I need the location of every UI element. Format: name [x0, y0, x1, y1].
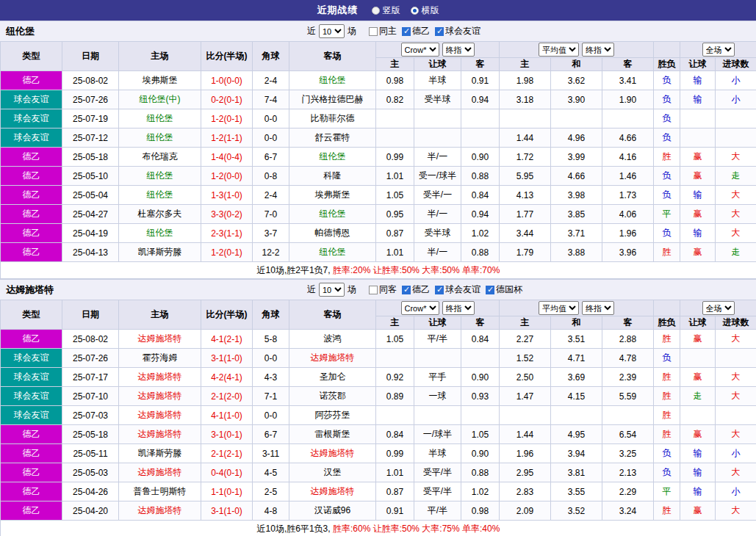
summary-record: 近10场,胜6平1负3, [257, 524, 333, 534]
corners: 4-5 [253, 463, 289, 482]
eu-draw-odds: 3.81 [551, 463, 602, 482]
filter-checkbox-2-label: 球会友谊 [445, 25, 480, 37]
asian-odds-time-select[interactable]: 终指 [442, 301, 475, 315]
ah-away-odds [461, 128, 500, 148]
checkbox-icon[interactable] [369, 286, 378, 294]
checkbox-icon[interactable] [369, 27, 378, 36]
asian-odds-time-select[interactable]: 终指 [442, 43, 475, 57]
radio-horizontal-icon[interactable] [411, 7, 419, 15]
euro-odds-select[interactable]: 平均值 [539, 301, 579, 315]
handicap-result [680, 109, 716, 128]
match-row: 球会友谊25-07-03达姆施塔特4-1(1-0)0-0阿莎芬堡胜 [1, 406, 756, 425]
goals-result: 走 [716, 243, 756, 262]
euro-odds-select[interactable]: 平均值 [539, 43, 579, 57]
checkbox-icon[interactable] [435, 27, 444, 36]
eu-away-odds: 4.78 [602, 349, 654, 368]
corners: 0-0 [253, 349, 289, 368]
ah-home-odds: 0.92 [376, 368, 414, 387]
header-row-top: 类型日期主场比分(半场)角球客场Crow*终指平均值终指全场 [1, 42, 756, 58]
score: 2-1(2-0) [201, 387, 253, 406]
radio-vertical-icon[interactable] [372, 7, 380, 15]
goals-result [716, 406, 756, 425]
home-team: 凯泽斯劳滕 [119, 243, 201, 262]
euro-odds-time-select[interactable]: 终指 [582, 43, 614, 57]
checkbox-icon[interactable] [402, 27, 411, 36]
away-team: 纽伦堡 [289, 205, 376, 224]
score: 3-1(1-0) [201, 349, 253, 368]
away-team: 达姆施塔特 [289, 444, 376, 463]
match-result: 平 [654, 482, 680, 501]
filter-checkbox-2[interactable]: 球会友谊 [435, 25, 480, 37]
filter-checkbox-1[interactable]: 德乙 [402, 25, 430, 37]
team-sections-container: 纽伦堡近10场同主德乙球会友谊类型日期主场比分(半场)角球客场Crow*终指平均… [0, 21, 756, 536]
checkbox-icon[interactable] [486, 286, 494, 294]
filter-checkbox-2[interactable]: 球会友谊 [435, 283, 480, 296]
ah-away-odds: 0.98 [461, 501, 500, 521]
ah-home-odds: 0.98 [376, 71, 414, 90]
games-label: 场 [348, 25, 356, 37]
handicap-result: 赢 [680, 243, 716, 262]
eu-home-odds: 1.47 [500, 387, 551, 406]
eu-draw-odds: 3.98 [551, 186, 602, 205]
eu-away-odds: 1.90 [602, 90, 654, 109]
match-date: 25-05-04 [62, 186, 119, 205]
layout-option-horizontal[interactable]: 横版 [411, 4, 439, 17]
bookmaker-select[interactable]: Crow* [401, 43, 439, 57]
score: 2-3(1-1) [201, 224, 253, 243]
handicap-result: 赢 [680, 501, 716, 521]
eu-away-odds: 2.13 [602, 463, 654, 482]
euro-odds-time-select[interactable]: 终指 [582, 301, 614, 315]
match-result: 负 [654, 90, 680, 109]
filter-bar: 近10场同客德乙球会友谊德国杯 [307, 283, 522, 297]
match-result: 胜 [654, 330, 680, 349]
full-match-select[interactable]: 全场 [702, 43, 735, 57]
ah-home-odds: 0.87 [376, 224, 414, 243]
ah-home-odds: 1.05 [376, 330, 414, 349]
eu-home-odds: 3.44 [500, 224, 551, 243]
col-header: 客 [602, 316, 654, 330]
match-row: 德乙25-05-04纽伦堡1-3(1-0)2-4埃弗斯堡1.05受半/一0.84… [1, 186, 756, 205]
page-title: 近期战绩 [317, 4, 359, 17]
match-type: 球会友谊 [1, 90, 62, 109]
corners: 2-4 [253, 186, 289, 205]
ah-away-odds [461, 349, 500, 368]
filter-checkbox-0[interactable]: 同主 [369, 25, 397, 37]
match-type: 德乙 [1, 425, 62, 444]
ah-handicap: 平/半 [414, 501, 461, 521]
match-result: 负 [654, 349, 680, 368]
bookmaker-select[interactable]: Crow* [401, 301, 439, 315]
layout-option-vertical[interactable]: 竖版 [372, 4, 400, 17]
match-type: 德乙 [1, 482, 62, 501]
match-result: 胜 [654, 387, 680, 406]
filter-checkbox-0[interactable]: 同客 [369, 283, 397, 296]
topbar: 近期战绩 竖版 横版 [0, 0, 756, 21]
eu-draw-odds: 4.71 [551, 349, 602, 368]
goals-result: 大 [716, 368, 756, 387]
score: 1-2(1-1) [201, 128, 253, 148]
recent-count-select[interactable]: 10 [319, 24, 345, 38]
match-result: 平 [654, 205, 680, 224]
eu-draw-odds: 3.69 [551, 368, 602, 387]
eu-away-odds [602, 109, 654, 128]
recent-count-select[interactable]: 10 [319, 283, 345, 297]
eu-draw-odds: 3.88 [551, 243, 602, 262]
goals-result: 小 [716, 444, 756, 463]
checkbox-icon[interactable] [435, 286, 444, 294]
checkbox-icon[interactable] [402, 286, 411, 294]
corners: 0-8 [253, 167, 289, 186]
filter-checkbox-0-label: 同客 [379, 283, 397, 296]
eu-draw-odds: 4.95 [551, 425, 602, 444]
handicap-result: 赢 [680, 330, 716, 349]
match-row: 德乙25-05-03达姆施塔特0-4(0-1)4-5汉堡1.01受平/半0.88… [1, 463, 756, 482]
away-team: 诺茨郡 [289, 387, 376, 406]
match-result: 负 [654, 167, 680, 186]
corners: 2-5 [253, 482, 289, 501]
goals-result: 大 [716, 501, 756, 521]
match-row: 球会友谊25-07-17达姆施塔特4-2(4-1)4-3圣加仑0.92平手0.9… [1, 368, 756, 387]
filter-checkbox-3[interactable]: 德国杯 [486, 283, 522, 296]
handicap-result: 输 [680, 186, 716, 205]
filter-checkbox-1[interactable]: 德乙 [402, 283, 430, 296]
home-team: 杜塞尔多夫 [119, 205, 201, 224]
col-header: 客 [461, 58, 500, 71]
full-match-select[interactable]: 全场 [702, 301, 735, 315]
